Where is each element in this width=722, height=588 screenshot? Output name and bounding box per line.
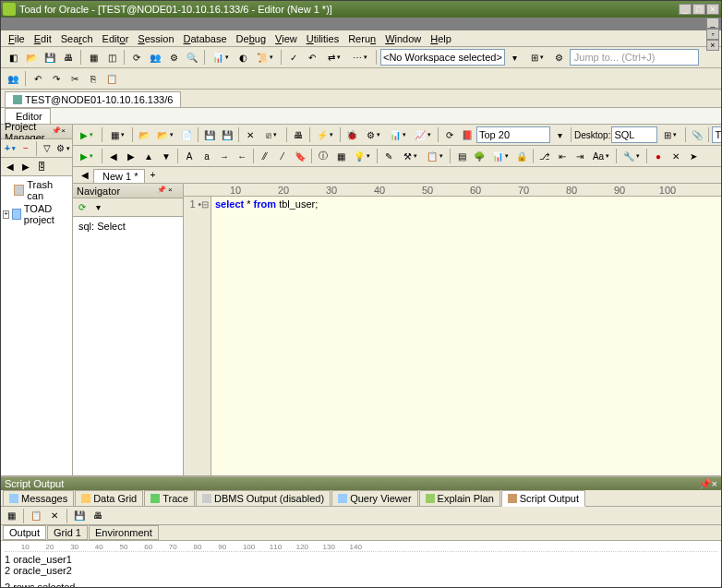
project-tree[interactable]: Trash can + TOAD project [1, 176, 72, 475]
redo-button[interactable]: ↷ [48, 70, 65, 87]
locks-button[interactable]: 🔒 [513, 148, 530, 164]
desktop-opts-button[interactable]: ⊞ [658, 126, 682, 143]
nav-pin-button[interactable]: 📌 [157, 186, 168, 197]
nav-back-button[interactable]: ◀ [105, 148, 122, 164]
panel-close-button[interactable]: × [61, 126, 68, 138]
nav-config-button[interactable]: ▾ [90, 200, 105, 215]
explain-button[interactable]: 🌳 [471, 148, 487, 164]
code-text[interactable]: select * from tbl_user; [211, 197, 722, 475]
nav-close-button[interactable]: × [168, 186, 179, 197]
template-button[interactable]: 📋 [423, 148, 447, 164]
indent-button[interactable]: → [216, 148, 233, 164]
upper-button[interactable]: A [181, 148, 198, 164]
exec-script-button[interactable]: ▶ [75, 148, 99, 164]
book-icon[interactable]: 📕 [459, 126, 475, 143]
profile-button[interactable]: 📈 [411, 126, 435, 143]
output-clear-button[interactable]: ✕ [46, 508, 63, 524]
snippets-button[interactable]: 📎 [689, 126, 705, 143]
uncomment-button[interactable]: ⁄ [274, 148, 291, 164]
stats-button[interactable]: 📊 [488, 148, 512, 164]
menu-debug[interactable]: Debug [233, 31, 270, 46]
append-button[interactable]: 📄 [178, 126, 195, 143]
connection-combo[interactable]: TEST [712, 126, 722, 143]
minimize-button[interactable]: _ [679, 4, 692, 15]
navigator-list[interactable]: sql: Select [73, 217, 183, 475]
comment-button[interactable]: ⁄⁄ [257, 148, 273, 164]
sql-tracker-button[interactable]: ⚙ [165, 49, 182, 66]
paste-button[interactable]: 📋 [103, 70, 120, 87]
add-button[interactable]: + [3, 141, 18, 156]
toggle-output-button[interactable]: ▤ [453, 148, 470, 164]
tab-dbms-output[interactable]: DBMS Output (disabled) [196, 490, 331, 507]
columns-button[interactable]: ▦ [332, 148, 349, 164]
top-dd[interactable]: ▾ [551, 126, 568, 143]
nav-up-button[interactable]: ▲ [140, 148, 157, 164]
vcs-button[interactable]: ⎇ [536, 148, 553, 164]
profiler-button[interactable]: 📊 [209, 49, 233, 66]
print-button[interactable]: 🖶 [60, 49, 77, 66]
outdent-block-button[interactable]: ⇤ [554, 148, 571, 164]
tab-explain-plan[interactable]: Explain Plan [419, 490, 500, 507]
navigator-item[interactable]: sql: Select [75, 219, 181, 234]
rollback-button[interactable]: ↶ [304, 49, 320, 66]
compile-button[interactable]: ⚙ [361, 126, 385, 143]
case-button[interactable]: Aa [589, 148, 613, 164]
toggle-button[interactable]: ◐ [235, 49, 251, 66]
more-button[interactable]: ⋯ [348, 49, 372, 66]
save-file-button[interactable]: 💾 [201, 126, 218, 143]
teamcoding-button[interactable]: 👥 [5, 70, 21, 87]
subtab-grid1[interactable]: Grid 1 [47, 525, 88, 540]
analyze-button[interactable]: 📊 [386, 126, 410, 143]
desktop-combo[interactable]: SQL [611, 126, 657, 143]
close-button[interactable]: × [706, 4, 719, 15]
describe-button[interactable]: ⓘ [315, 148, 331, 164]
mdi-restore-button[interactable]: ▫ [706, 29, 719, 40]
menu-rerun[interactable]: Rerun [344, 31, 379, 46]
undo-button[interactable]: ↶ [30, 70, 46, 87]
execute-button[interactable]: ▶ [75, 126, 99, 143]
next-button[interactable]: ▶ [18, 160, 33, 174]
open-recent-button[interactable]: 📂 [153, 126, 177, 143]
output-text[interactable]: 10 20 30 40 50 60 70 80 90 100 110 120 1… [1, 540, 721, 588]
top-combo[interactable]: Top 20 [476, 126, 550, 143]
cut-button[interactable]: ✂ [66, 70, 83, 87]
expand-button[interactable]: + [3, 210, 9, 219]
indent-block-button[interactable]: ⇥ [572, 148, 588, 164]
nav-refresh-button[interactable]: ⟳ [75, 200, 90, 215]
tools-button[interactable]: 🔧 [620, 148, 644, 164]
output-pin-button[interactable]: 📌 [699, 478, 712, 490]
save-as-button[interactable]: 💾 [219, 126, 235, 143]
workspace-dd[interactable]: ▾ [507, 49, 523, 66]
cancel-button[interactable]: ✕ [668, 148, 684, 164]
outdent-button[interactable]: ← [234, 148, 250, 164]
toad-project-node[interactable]: + TOAD project [3, 202, 70, 226]
remove-button[interactable]: − [18, 141, 33, 156]
output-disk-button[interactable]: 💾 [71, 508, 88, 524]
code-editor[interactable]: 1 •⊟ select * from tbl_user; [184, 197, 722, 475]
lower-button[interactable]: a [199, 148, 215, 164]
stop-button[interactable]: ● [650, 148, 667, 164]
new-connection-button[interactable]: ◧ [5, 49, 21, 66]
tab-query-viewer[interactable]: Query Viewer [331, 490, 417, 507]
debug-button[interactable]: 🐞 [343, 126, 360, 143]
refresh-button[interactable]: ⟳ [441, 126, 458, 143]
refactor-button[interactable]: ⚒ [398, 148, 422, 164]
tab-messages[interactable]: Messages [3, 490, 74, 507]
tab-trace[interactable]: Trace [144, 490, 195, 507]
mdi-close-button[interactable]: × [706, 40, 719, 51]
editor-button[interactable]: ▦ [85, 49, 102, 66]
find-button[interactable]: 🔍 [184, 49, 200, 66]
copy-button[interactable]: ⎘ [85, 70, 102, 87]
output-save-button[interactable]: 📋 [28, 508, 44, 524]
pin-button[interactable]: 📌 [52, 126, 61, 138]
file-tab-new1[interactable]: New 1 * [93, 169, 145, 183]
menu-file[interactable]: FFileile [5, 31, 29, 46]
menu-edit[interactable]: Edit [30, 31, 55, 46]
rebuild-button[interactable]: ⟳ [128, 49, 145, 66]
mdi-minimize-button[interactable]: _ [706, 18, 719, 29]
config-button[interactable]: ⚙ [551, 49, 568, 66]
clear-button[interactable]: ✕ [242, 126, 259, 143]
maximize-button[interactable]: □ [692, 4, 705, 15]
connection-tab[interactable]: TEST@NODE01-10.10.16.133/6 [5, 91, 181, 107]
trash-can-node[interactable]: Trash can [3, 178, 70, 202]
